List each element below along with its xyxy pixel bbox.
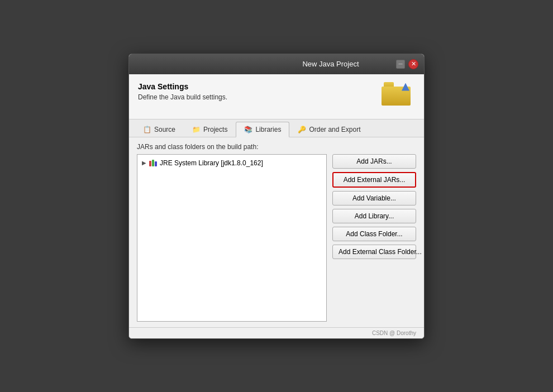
tabs-section: 📋 Source 📁 Projects 📚 Libraries 🔑 Order … (129, 119, 424, 137)
dialog-window: New Java Project ─ ✕ Java Settings Defin… (128, 54, 425, 339)
buttons-panel: Add JARs... Add External JARs... Add Var… (332, 154, 416, 322)
header-icon (382, 82, 415, 111)
folder-icon (382, 82, 411, 106)
title-bar-controls: ─ ✕ (396, 59, 418, 69)
add-external-jars-button[interactable]: Add External JARs... (332, 172, 416, 188)
close-button[interactable]: ✕ (408, 59, 418, 69)
order-export-tab-label: Order and Export (309, 126, 360, 133)
header-title: Java Settings (138, 82, 376, 91)
header-text: Java Settings Define the Java build sett… (138, 82, 376, 101)
order-export-tab-icon: 🔑 (298, 126, 306, 133)
book-2 (152, 160, 154, 166)
minimize-button[interactable]: ─ (396, 60, 405, 69)
header-subtitle: Define the Java build settings. (138, 93, 376, 101)
tree-item-jre[interactable]: ▶ JRE System Library [jdk1.8.0_162] (140, 158, 324, 168)
tree-panel: ▶ JRE System Library [jdk1.8.0_162] (137, 154, 327, 322)
dialog-title: New Java Project (265, 60, 396, 68)
libraries-tab-label: Libraries (255, 126, 281, 133)
add-library-button[interactable]: Add Library... (332, 209, 416, 223)
tree-expand-arrow: ▶ (142, 160, 146, 166)
title-bar: New Java Project ─ ✕ (129, 54, 424, 74)
jre-library-label: JRE System Library [jdk1.8.0_162] (160, 159, 263, 167)
tab-libraries[interactable]: 📚 Libraries (236, 122, 289, 137)
book-3 (155, 161, 157, 166)
main-content: ▶ JRE System Library [jdk1.8.0_162] Add … (137, 154, 416, 322)
watermark: CSDN @ Dorothy (372, 330, 416, 336)
projects-tab-label: Projects (203, 126, 227, 133)
projects-tab-icon: 📁 (192, 126, 201, 133)
source-tab-label: Source (154, 126, 175, 133)
add-jars-button[interactable]: Add JARs... (332, 154, 416, 169)
bottom-bar: CSDN @ Dorothy (129, 327, 424, 338)
source-tab-icon: 📋 (143, 126, 151, 133)
tab-order-export[interactable]: 🔑 Order and Export (289, 122, 369, 137)
content-section: JARs and class folders on the build path… (129, 137, 424, 327)
library-icon (149, 160, 157, 166)
add-class-folder-button[interactable]: Add Class Folder... (332, 227, 416, 241)
build-path-label: JARs and class folders on the build path… (137, 143, 416, 151)
add-external-class-folder-button[interactable]: Add External Class Folder... (332, 245, 416, 259)
tab-projects[interactable]: 📁 Projects (184, 122, 236, 137)
add-variable-button[interactable]: Add Variable... (332, 191, 416, 205)
header-section: Java Settings Define the Java build sett… (129, 74, 424, 119)
book-1 (149, 161, 151, 166)
libraries-tab-icon: 📚 (244, 126, 252, 133)
tab-source[interactable]: 📋 Source (135, 122, 184, 137)
